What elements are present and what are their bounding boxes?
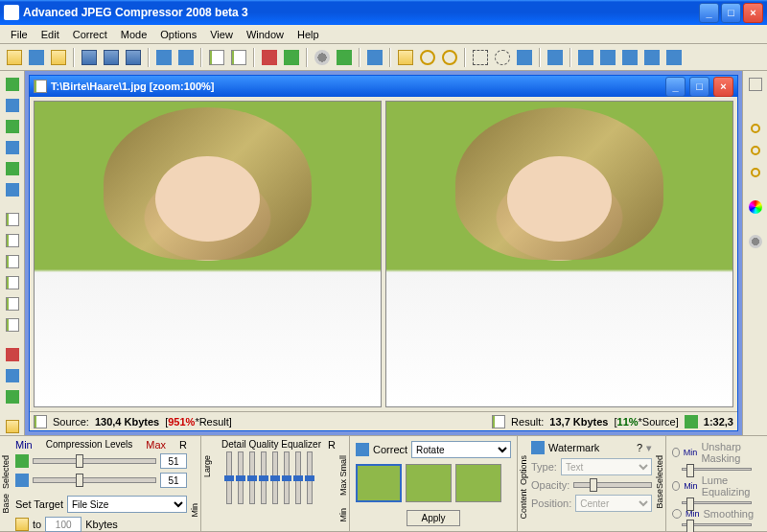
ellipse-button[interactable] — [492, 47, 513, 68]
menu-window[interactable]: Window — [240, 27, 291, 42]
zoom-in-side[interactable] — [746, 119, 765, 138]
wm-type-select[interactable]: Text — [561, 458, 652, 475]
menu-edit[interactable]: Edit — [35, 27, 66, 42]
close-button[interactable]: × — [743, 3, 763, 23]
select-button[interactable] — [470, 47, 491, 68]
minimize-all-button[interactable] — [663, 47, 685, 68]
redo-button[interactable] — [175, 47, 197, 68]
result-image-pane[interactable] — [385, 101, 733, 407]
zoom-fit-side[interactable] — [746, 163, 765, 182]
eq-bar-4[interactable] — [261, 451, 267, 504]
correct-select[interactable]: Rotate — [411, 441, 511, 458]
thumb-3[interactable] — [455, 464, 501, 502]
target-value[interactable] — [45, 517, 81, 532]
eq-bar-6[interactable] — [284, 451, 290, 504]
wm-options-tab[interactable]: Options — [519, 455, 528, 485]
fit-button[interactable] — [545, 47, 566, 68]
eq-bar-3[interactable] — [249, 451, 255, 504]
eq-bar-7[interactable] — [295, 451, 301, 504]
wm-position-select[interactable]: Center — [575, 495, 652, 512]
color-btn[interactable] — [746, 197, 765, 217]
open-button[interactable] — [4, 47, 25, 68]
thumb-1[interactable] — [356, 464, 402, 502]
menu-file[interactable]: File — [4, 27, 35, 42]
info-btn[interactable] — [746, 232, 765, 251]
side-btn-7[interactable] — [3, 210, 22, 228]
side-btn-16[interactable] — [3, 417, 22, 435]
zoom-out-side[interactable] — [746, 141, 765, 160]
eq-bar-1[interactable] — [226, 451, 232, 504]
side-btn-6[interactable] — [3, 180, 22, 198]
save-button[interactable] — [79, 47, 100, 68]
side-btn-13[interactable] — [3, 345, 22, 363]
side-btn-12[interactable] — [3, 315, 22, 334]
side-btn-1[interactable] — [3, 75, 22, 93]
hand-button[interactable] — [395, 47, 416, 68]
unsharp-slider[interactable] — [682, 468, 752, 471]
wm-selected-tab[interactable]: Selected — [655, 455, 664, 489]
tile-v-button[interactable] — [619, 47, 640, 68]
radio-smooth[interactable] — [672, 509, 682, 519]
refresh-button[interactable] — [364, 47, 385, 68]
source-image-pane[interactable] — [34, 101, 382, 407]
side-btn-5[interactable] — [3, 159, 22, 177]
radio-unsharp[interactable] — [672, 448, 680, 457]
lasso-button[interactable] — [514, 47, 535, 68]
menu-correct[interactable]: Correct — [66, 27, 114, 42]
minimize-button[interactable]: _ — [699, 3, 719, 23]
side-btn-11[interactable] — [3, 294, 22, 312]
save-all-button[interactable] — [123, 47, 144, 68]
menu-mode[interactable]: Mode — [114, 27, 154, 42]
luminance-slider[interactable] — [33, 458, 156, 464]
resize-button[interactable] — [281, 47, 302, 68]
side-btn-9[interactable] — [3, 252, 22, 270]
nav-btn[interactable] — [746, 75, 765, 94]
save-as-button[interactable] — [101, 47, 122, 68]
side-btn-4[interactable] — [3, 138, 22, 156]
cascade-button[interactable] — [575, 47, 596, 68]
crop-button[interactable] — [259, 47, 280, 68]
watermark-q[interactable]: ? — [637, 442, 642, 453]
target-type-select[interactable]: File Size — [67, 496, 187, 513]
smooth-slider[interactable] — [682, 523, 752, 526]
tab-selected[interactable]: Selected — [1, 455, 11, 489]
apply-button[interactable]: Apply — [407, 510, 459, 526]
chrominance-value[interactable] — [160, 473, 187, 488]
menu-help[interactable]: Help — [291, 27, 326, 42]
doc-minimize-button[interactable]: _ — [665, 77, 686, 97]
undo-button[interactable] — [153, 47, 174, 68]
acquire-button[interactable] — [26, 47, 47, 68]
eq-bar-2[interactable] — [238, 451, 244, 504]
arrange-button[interactable] — [641, 47, 662, 68]
lume-slider[interactable] — [682, 501, 752, 504]
wm-base-tab[interactable]: Base — [655, 489, 664, 509]
side-btn-8[interactable] — [3, 231, 22, 249]
side-btn-15[interactable] — [3, 387, 22, 405]
thumb-2[interactable] — [406, 464, 452, 502]
paste-button[interactable] — [228, 47, 249, 68]
side-btn-14[interactable] — [3, 366, 22, 384]
copy-button[interactable] — [206, 47, 227, 68]
radio-lume[interactable] — [672, 481, 680, 491]
tab-base[interactable]: Base — [1, 494, 11, 514]
tile-h-button[interactable] — [597, 47, 618, 68]
menu-options[interactable]: Options — [153, 27, 203, 42]
wm-opacity-slider[interactable] — [573, 482, 652, 488]
eq-bar-5[interactable] — [272, 451, 278, 504]
side-btn-2[interactable] — [3, 96, 22, 114]
luminance-value[interactable] — [160, 453, 187, 469]
doc-close-button[interactable]: × — [713, 77, 733, 97]
side-btn-10[interactable] — [3, 273, 22, 291]
doc-maximize-button[interactable]: □ — [689, 77, 709, 97]
wm-content-tab[interactable]: Content — [519, 489, 528, 520]
zoom-out-button[interactable] — [439, 47, 460, 68]
zoom-in-button[interactable] — [417, 47, 438, 68]
chrominance-slider[interactable] — [33, 477, 156, 483]
profiles-button[interactable] — [334, 47, 355, 68]
side-btn-3[interactable] — [3, 117, 22, 135]
menu-view[interactable]: View — [203, 27, 240, 42]
preferences-button[interactable] — [312, 47, 333, 68]
reopen-button[interactable] — [48, 47, 69, 68]
maximize-button[interactable]: □ — [721, 3, 741, 23]
eq-bar-8[interactable] — [307, 451, 313, 504]
